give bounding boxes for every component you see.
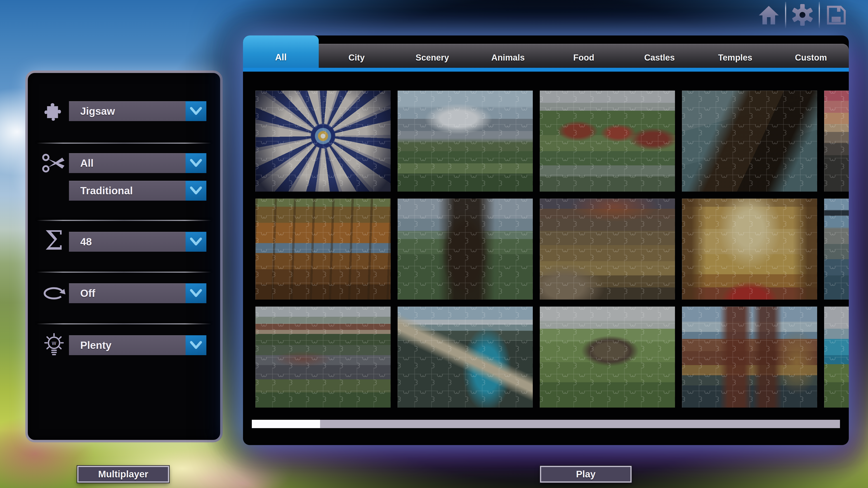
- chevron-down-icon: [189, 340, 203, 350]
- tab-castles[interactable]: Castles: [622, 44, 698, 68]
- hints-dropdown-button[interactable]: [186, 335, 206, 355]
- settings-button[interactable]: [791, 2, 814, 28]
- chevron-down-icon: [189, 236, 203, 247]
- tab-food[interactable]: Food: [546, 44, 622, 68]
- chevron-down-icon: [189, 106, 203, 116]
- jigsaw-game-menu: Jigsaw All: [0, 0, 868, 488]
- puzzle-thumbnail[interactable]: [682, 91, 817, 192]
- play-button[interactable]: Play: [540, 466, 631, 483]
- tab-animals[interactable]: Animals: [470, 44, 546, 68]
- puzzle-thumbnail[interactable]: [682, 306, 817, 408]
- category-tabbar: City Scenery Animals Food Castles Temple…: [243, 44, 849, 68]
- piece-count-dropdown-button[interactable]: [186, 232, 206, 252]
- piece-count-dropdown[interactable]: 48: [69, 232, 206, 252]
- tabbar-accent-underline: [243, 68, 849, 72]
- lightbulb-icon: w: [39, 330, 68, 360]
- puzzle-type-dropdown[interactable]: Jigsaw: [69, 101, 206, 121]
- puzzle-thumbnail[interactable]: [540, 199, 675, 300]
- multiplayer-button[interactable]: Multiplayer: [77, 466, 169, 483]
- scissors-icon: [39, 148, 68, 178]
- panel-divider: [37, 323, 211, 324]
- top-toolbar: [753, 0, 852, 30]
- gallery-scrollbar-thumb[interactable]: [252, 420, 320, 428]
- puzzle-thumbnail[interactable]: [255, 306, 391, 408]
- cut-category-value: All: [80, 153, 94, 173]
- svg-text:Σ: Σ: [45, 227, 64, 256]
- puzzle-piece-icon: [39, 96, 68, 126]
- puzzle-thumbnail[interactable]: [824, 306, 849, 408]
- puzzle-thumbnail[interactable]: [255, 199, 391, 300]
- puzzle-thumbnail[interactable]: [398, 91, 533, 192]
- svg-text:w: w: [52, 339, 56, 346]
- puzzle-thumbnail[interactable]: [398, 306, 533, 408]
- tab-temples[interactable]: Temples: [698, 44, 773, 68]
- setting-row-hints: w Plenty: [28, 335, 220, 355]
- puzzle-thumbnail[interactable]: [682, 199, 817, 300]
- cut-category-dropdown[interactable]: All: [69, 153, 206, 173]
- save-button[interactable]: [825, 2, 847, 28]
- puzzle-thumbnail[interactable]: [540, 306, 675, 408]
- puzzle-gallery-panel: City Scenery Animals Food Castles Temple…: [243, 35, 849, 445]
- setting-row-piece-count: Σ 48: [28, 232, 220, 252]
- tab-city[interactable]: City: [319, 44, 395, 68]
- tab-scenery[interactable]: Scenery: [395, 44, 470, 68]
- puzzle-thumbnail[interactable]: [255, 91, 391, 192]
- home-icon: [757, 3, 780, 27]
- home-button[interactable]: [757, 2, 780, 28]
- rotation-dropdown-button[interactable]: [186, 283, 206, 303]
- setting-row-cut-style: Traditional: [28, 181, 220, 201]
- puzzle-type-value: Jigsaw: [80, 101, 115, 121]
- panel-divider: [37, 142, 211, 144]
- hints-dropdown[interactable]: Plenty: [69, 335, 206, 355]
- hints-value: Plenty: [80, 335, 112, 355]
- chevron-down-icon: [189, 186, 203, 196]
- cut-category-dropdown-button[interactable]: [186, 153, 206, 173]
- chevron-down-icon: [189, 158, 203, 168]
- setting-row-puzzle-type: Jigsaw: [28, 101, 220, 121]
- toolbar-separator: [785, 2, 786, 28]
- cut-style-dropdown-button[interactable]: [186, 181, 206, 201]
- puzzle-thumbnail[interactable]: [824, 199, 849, 300]
- save-icon: [825, 3, 847, 27]
- rotation-arrow-icon: [39, 278, 68, 308]
- puzzle-thumbnail[interactable]: [398, 199, 533, 300]
- panel-divider: [37, 220, 211, 221]
- puzzle-settings-panel: Jigsaw All: [25, 70, 223, 442]
- tab-custom[interactable]: Custom: [773, 44, 849, 68]
- chevron-down-icon: [189, 288, 203, 298]
- piece-count-value: 48: [80, 232, 92, 252]
- cut-style-dropdown[interactable]: Traditional: [69, 181, 206, 201]
- setting-row-cut-category: All: [28, 153, 220, 173]
- puzzle-type-dropdown-button[interactable]: [186, 101, 206, 121]
- sigma-icon: Σ: [39, 227, 68, 257]
- panel-divider: [37, 271, 211, 273]
- setting-row-rotation: Off: [28, 283, 220, 303]
- cut-style-value: Traditional: [80, 181, 133, 201]
- tab-all-active[interactable]: All: [243, 35, 319, 68]
- gallery-scrollbar-track[interactable]: [252, 420, 840, 428]
- puzzle-thumbnail[interactable]: [824, 91, 849, 192]
- puzzle-thumbnail-grid: [255, 91, 849, 408]
- gear-icon: [791, 3, 814, 27]
- toolbar-separator: [819, 2, 820, 28]
- puzzle-thumbnail[interactable]: [540, 91, 675, 192]
- rotation-dropdown[interactable]: Off: [69, 283, 206, 303]
- rotation-value: Off: [80, 283, 95, 303]
